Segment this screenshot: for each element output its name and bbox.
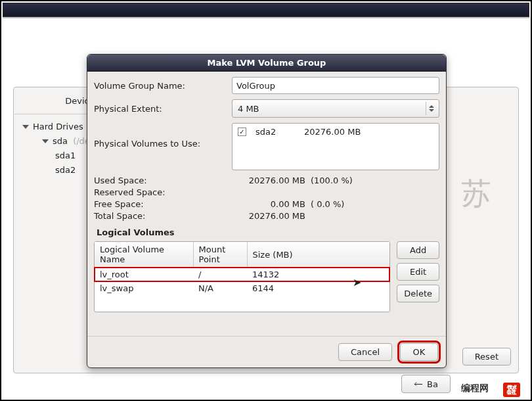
lv-add-button[interactable]: Add (397, 241, 439, 259)
vg-name-input[interactable] (232, 77, 439, 94)
lv-cell: 6144 (247, 281, 389, 295)
pv-size: 20276.00 MB (304, 127, 361, 137)
vg-name-label: Volume Group Name: (94, 81, 232, 91)
logical-volumes-header: Logical Volumes (97, 227, 439, 237)
pv-item[interactable]: ✓ sda2 20276.00 MB (238, 127, 433, 137)
free-space-pct: ( 0.0 %) (311, 199, 383, 209)
dialog-body: Volume Group Name: Physical Extent: 4 MB… (87, 72, 446, 336)
dropdown-spinner-icon[interactable] (426, 102, 436, 115)
expand-icon (22, 125, 29, 129)
tree-label: sda2 (55, 163, 76, 177)
dialog-title: Make LVM Volume Group (87, 55, 446, 72)
back-label: Ba (427, 379, 438, 389)
lv-cell: 14132 (247, 268, 389, 282)
menubar-separator (3, 17, 529, 18)
pv-checkbox[interactable]: ✓ (238, 128, 246, 136)
total-space-value: 20276.00 MB (232, 211, 311, 221)
reserved-space-label: Reserved Space: (94, 187, 232, 197)
lv-col-name[interactable]: Logical Volume Name (95, 242, 193, 268)
dialog-footer: Cancel OK (87, 336, 446, 367)
cancel-button[interactable]: Cancel (338, 343, 392, 361)
free-space-label: Free Space: (94, 199, 232, 209)
lv-col-mount[interactable]: Mount Point (193, 242, 247, 268)
lv-cell: lv_swap (95, 281, 193, 295)
free-space-value: 0.00 MB (232, 199, 311, 209)
back-button[interactable]: 🡐 Ba (401, 375, 451, 393)
tree-label: sda1 (55, 149, 76, 163)
lv-row-root[interactable]: lv_root / 14132 (95, 268, 389, 282)
lv-row-swap[interactable]: lv_swap N/A 6144 (95, 281, 389, 295)
expand-icon (42, 139, 49, 143)
lv-cell: / (193, 268, 247, 282)
lv-edit-button[interactable]: Edit (397, 263, 439, 281)
tree-label: Hard Drives (33, 120, 83, 134)
brand-watermark-logo: ㍿ (503, 383, 520, 397)
space-summary: Used Space: 20276.00 MB (100.0 %) Reserv… (94, 176, 439, 221)
bg-button-row: Reset (462, 348, 511, 366)
pv-listbox[interactable]: ✓ sda2 20276.00 MB (232, 123, 439, 170)
window-menubar (3, 3, 529, 17)
lv-table[interactable]: Logical Volume Name Mount Point Size (MB… (94, 241, 390, 312)
lvm-dialog: Make LVM Volume Group Volume Group Name:… (87, 54, 447, 368)
pe-value: 4 MB (238, 104, 259, 114)
pv-name: sda2 (255, 127, 295, 137)
lv-col-size[interactable]: Size (MB) (247, 242, 389, 268)
used-space-value: 20276.00 MB (232, 176, 311, 185)
lv-cell: lv_root (95, 268, 193, 282)
used-space-pct: (100.0 %) (311, 176, 383, 185)
reset-button[interactable]: Reset (462, 348, 511, 366)
lv-cell: N/A (193, 281, 247, 295)
lv-delete-button[interactable]: Delete (397, 285, 439, 302)
brand-watermark-text: 编程网 (461, 383, 489, 394)
ok-button[interactable]: OK (400, 343, 438, 361)
pv-label: Physical Volumes to Use: (94, 123, 232, 149)
back-arrow-icon: 🡐 (414, 379, 423, 389)
used-space-label: Used Space: (94, 176, 232, 185)
pe-label: Physical Extent: (94, 104, 232, 114)
total-space-label: Total Space: (94, 211, 232, 221)
pe-dropdown[interactable]: 4 MB (232, 99, 439, 118)
tree-label: sda (53, 134, 68, 149)
